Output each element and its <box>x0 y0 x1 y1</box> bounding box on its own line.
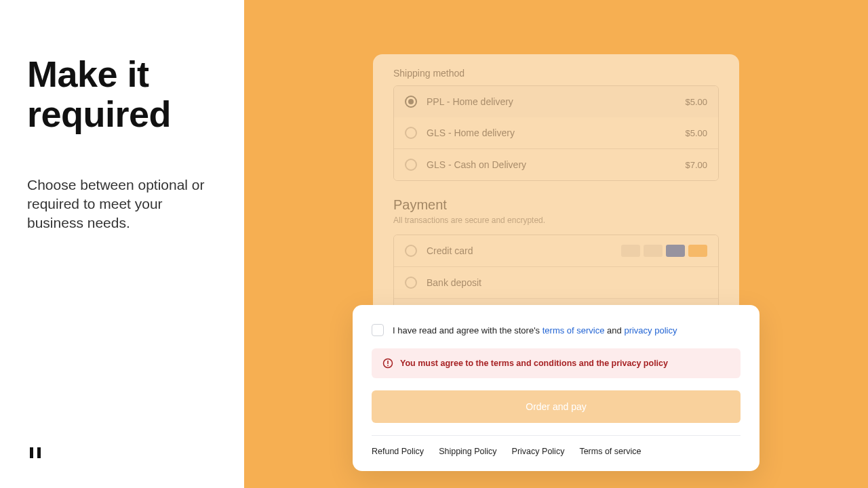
radio-icon <box>405 245 417 257</box>
consent-checkbox[interactable] <box>372 324 384 336</box>
terms-link-footer[interactable]: Terms of service <box>579 447 641 456</box>
discover-icon <box>688 245 707 257</box>
payment-method-label: Bank deposit <box>427 277 481 288</box>
consent-text: I have read and agree with the store's t… <box>393 325 677 336</box>
shipping-option[interactable]: GLS - Cash on Delivery $7.00 <box>394 149 718 180</box>
amex-icon <box>666 245 685 257</box>
svg-rect-2 <box>387 365 389 367</box>
consent-prefix: I have read and agree with the store's <box>393 325 542 336</box>
shipping-title: Shipping method <box>393 68 719 79</box>
shipping-option-label: PPL - Home delivery <box>427 96 513 107</box>
payment-method[interactable]: Credit card <box>394 235 718 267</box>
visa-icon <box>621 245 640 257</box>
radio-icon <box>405 96 417 108</box>
shipping-option[interactable]: GLS - Home delivery $5.00 <box>394 117 718 149</box>
shipping-policy-link[interactable]: Shipping Policy <box>439 447 496 456</box>
headline: Make it required <box>27 54 217 135</box>
shipping-option-price: $7.00 <box>685 160 707 170</box>
shipping-option-price: $5.00 <box>685 128 707 138</box>
subheadline: Choose between optional or required to m… <box>27 176 217 233</box>
brand-logo-icon <box>27 445 43 461</box>
alert-icon <box>382 358 393 369</box>
marketing-panel: Make it required Choose between optional… <box>0 0 244 488</box>
payment-title: Payment <box>393 197 719 213</box>
preview-panel: Shipping method PPL - Home delivery $5.0… <box>244 0 868 488</box>
payment-subtitle: All transactions are secure and encrypte… <box>393 216 719 225</box>
consent-middle: and <box>604 325 624 336</box>
consent-row: I have read and agree with the store's t… <box>372 324 741 336</box>
payment-method-label: Credit card <box>427 245 473 256</box>
card-brand-icons <box>621 245 707 257</box>
payment-method[interactable]: Bank deposit <box>394 267 718 299</box>
shipping-option-label: GLS - Cash on Delivery <box>427 159 526 170</box>
privacy-link[interactable]: privacy policy <box>624 325 677 336</box>
terms-link[interactable]: terms of service <box>542 325 605 336</box>
shipping-option[interactable]: PPL - Home delivery $5.00 <box>394 86 718 117</box>
order-pay-button[interactable]: Order and pay <box>372 390 741 423</box>
error-banner: You must agree to the terms and conditio… <box>372 348 741 378</box>
svg-rect-1 <box>387 361 389 364</box>
error-message: You must agree to the terms and conditio… <box>400 359 668 368</box>
refund-policy-link[interactable]: Refund Policy <box>372 447 424 456</box>
mastercard-icon <box>644 245 663 257</box>
radio-icon <box>405 127 417 139</box>
shipping-options: PPL - Home delivery $5.00 GLS - Home del… <box>393 85 719 181</box>
footer-links: Refund Policy Shipping Policy Privacy Po… <box>372 435 741 456</box>
shipping-option-label: GLS - Home delivery <box>427 127 515 138</box>
radio-icon <box>405 277 417 289</box>
shipping-option-price: $5.00 <box>685 97 707 107</box>
consent-modal: I have read and agree with the store's t… <box>353 305 760 471</box>
privacy-policy-link[interactable]: Privacy Policy <box>512 447 565 456</box>
radio-icon <box>405 159 417 171</box>
